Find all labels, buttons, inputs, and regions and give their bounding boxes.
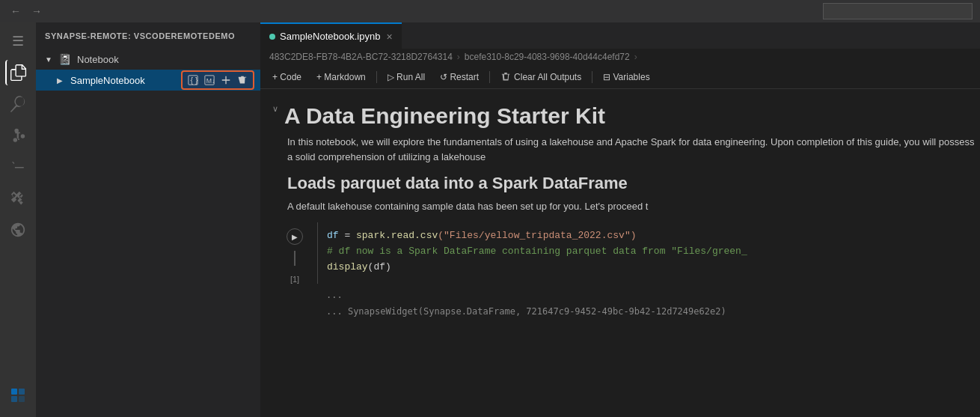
title-bar: ← → bbox=[0, 0, 980, 22]
svg-rect-2 bbox=[11, 396, 17, 402]
section2-text: A default lakehouse containing sample da… bbox=[287, 199, 980, 214]
add-code-cell-button[interactable]: { } bbox=[186, 73, 200, 87]
main-layout: ☰ bbox=[0, 22, 980, 417]
search-icon[interactable] bbox=[5, 91, 31, 117]
activity-bar: ☰ bbox=[0, 22, 36, 417]
svg-rect-0 bbox=[11, 389, 17, 395]
notebook-folder-item[interactable]: ▼ 📓 Notebook bbox=[36, 49, 260, 70]
code-line-1: df = spark.read.csv("Files/yellow_tripda… bbox=[327, 228, 971, 244]
remote-icon[interactable] bbox=[5, 217, 31, 243]
run-debug-icon[interactable] bbox=[5, 154, 31, 180]
move-cell-button[interactable] bbox=[218, 73, 233, 87]
active-tab[interactable]: SampleNotebook.ipynb × bbox=[260, 22, 402, 49]
editor-area: SampleNotebook.ipynb × 483C2DE8-FB78-4B2… bbox=[260, 22, 980, 417]
run-cell-button[interactable]: ▶ bbox=[287, 228, 303, 245]
toolbar-separator-1 bbox=[376, 71, 377, 83]
cell-gutter: ▶ [1] bbox=[272, 222, 317, 284]
extensions-icon[interactable] bbox=[5, 186, 31, 211]
section2-title: Loads parquet data into a Spark DataFram… bbox=[287, 173, 980, 195]
toolbar-separator-2 bbox=[489, 71, 490, 83]
sidebar: SYNAPSE-REMOTE: VSCODEREMOTEDEMO ▼ 📓 Not… bbox=[36, 22, 260, 417]
sidebar-content: ▼ 📓 Notebook ▶ SampleNotebook { } bbox=[36, 49, 260, 417]
notebook-title: A Data Engineering Starter Kit bbox=[284, 101, 605, 130]
tree-section: ▼ 📓 Notebook ▶ SampleNotebook { } bbox=[36, 49, 260, 91]
code-line-2: # df now is a Spark DataFrame containing… bbox=[327, 244, 971, 260]
sidebar-title: SYNAPSE-REMOTE: VSCODEREMOTEDEMO bbox=[45, 31, 235, 40]
notebook-intro: In this notebook, we will explore the fu… bbox=[287, 135, 980, 164]
exec-count: [1] bbox=[290, 275, 299, 284]
section2: Loads parquet data into a Spark DataFram… bbox=[272, 173, 980, 213]
output-dots-1: ... bbox=[326, 290, 343, 300]
sample-notebook-item[interactable]: ▶ SampleNotebook { } bbox=[36, 70, 260, 91]
restart-button[interactable]: ↺ Restart bbox=[434, 70, 485, 85]
code-cell: ▶ [1] df = spark.read.csv("Files/yellow_… bbox=[272, 222, 980, 284]
nav-back-button[interactable]: ← bbox=[7, 4, 24, 19]
sample-notebook-chevron: ▶ bbox=[57, 76, 67, 85]
svg-text:{ }: { } bbox=[191, 76, 198, 85]
clear-outputs-label: Clear All Outputs bbox=[514, 72, 581, 82]
toolbar-separator-3 bbox=[592, 71, 592, 83]
variables-button[interactable]: ⊟ Variables bbox=[597, 70, 655, 85]
delete-cell-button[interactable] bbox=[235, 73, 250, 87]
cell-output-widget: ... SynapseWidget(Synapse.DataFrame, 721… bbox=[317, 303, 980, 320]
breadcrumb: 483C2DE8-FB78-4B2A-BC72-3218D2764314 › b… bbox=[260, 49, 980, 65]
code-var-df: df bbox=[327, 230, 339, 241]
add-markdown-cell-button[interactable]: M↓ bbox=[202, 73, 217, 87]
add-code-button[interactable]: + Code bbox=[266, 70, 307, 85]
sidebar-header: SYNAPSE-REMOTE: VSCODEREMOTEDEMO bbox=[36, 22, 260, 49]
title-bar-search[interactable] bbox=[823, 3, 973, 19]
synapse-icon[interactable] bbox=[5, 383, 31, 408]
svg-rect-1 bbox=[19, 389, 25, 395]
run-all-button[interactable]: ▷ Run All bbox=[382, 70, 431, 85]
tab-label: SampleNotebook.ipynb bbox=[280, 31, 380, 42]
folder-chevron: ▼ bbox=[45, 55, 55, 64]
cell-output-dots-1: ... bbox=[317, 287, 980, 303]
svg-text:M↓: M↓ bbox=[206, 77, 215, 85]
clear-outputs-button[interactable]: Clear All Outputs bbox=[494, 70, 587, 85]
section-toggle[interactable]: ∨ bbox=[272, 104, 278, 114]
breadcrumb-part1: 483C2DE8-FB78-4B2A-BC72-3218D2764314 bbox=[269, 52, 453, 62]
notebook-folder-label: Notebook bbox=[77, 54, 254, 65]
add-markdown-button[interactable]: + Markdown bbox=[310, 70, 372, 85]
output-widget: SynapseWidget(Synapse.DataFrame, 721647c… bbox=[348, 306, 726, 317]
breadcrumb-sep2: › bbox=[634, 52, 637, 62]
notebook-folder-icon: 📓 bbox=[58, 53, 71, 65]
row-actions: { } M↓ bbox=[181, 70, 254, 90]
breadcrumb-sep1: › bbox=[457, 52, 460, 62]
source-control-icon[interactable] bbox=[5, 123, 31, 148]
code-line-3: display(df) bbox=[327, 260, 971, 276]
svg-rect-3 bbox=[19, 396, 25, 402]
output-dots-2: ... bbox=[326, 306, 343, 317]
title-bar-nav: ← → bbox=[7, 4, 45, 19]
notebook-toolbar: + Code + Markdown ▷ Run All ↺ Restart Cl… bbox=[260, 65, 980, 89]
explorer-icon[interactable] bbox=[5, 60, 31, 85]
menu-icon[interactable]: ☰ bbox=[5, 28, 31, 54]
nav-forward-button[interactable]: → bbox=[28, 4, 45, 19]
breadcrumb-part2: bcefe310-8c29-4083-9698-40d44c4efd72 bbox=[465, 52, 630, 62]
notebook-content: ∨ A Data Engineering Starter Kit In this… bbox=[260, 89, 980, 417]
heading-section: ∨ A Data Engineering Starter Kit In this… bbox=[272, 101, 980, 164]
tab-close-button[interactable]: × bbox=[386, 31, 392, 43]
cell-body[interactable]: df = spark.read.csv("Files/yellow_tripda… bbox=[317, 222, 980, 284]
tab-dot bbox=[269, 34, 275, 40]
heading-row: ∨ A Data Engineering Starter Kit bbox=[272, 101, 980, 130]
tab-bar: SampleNotebook.ipynb × bbox=[260, 22, 980, 49]
